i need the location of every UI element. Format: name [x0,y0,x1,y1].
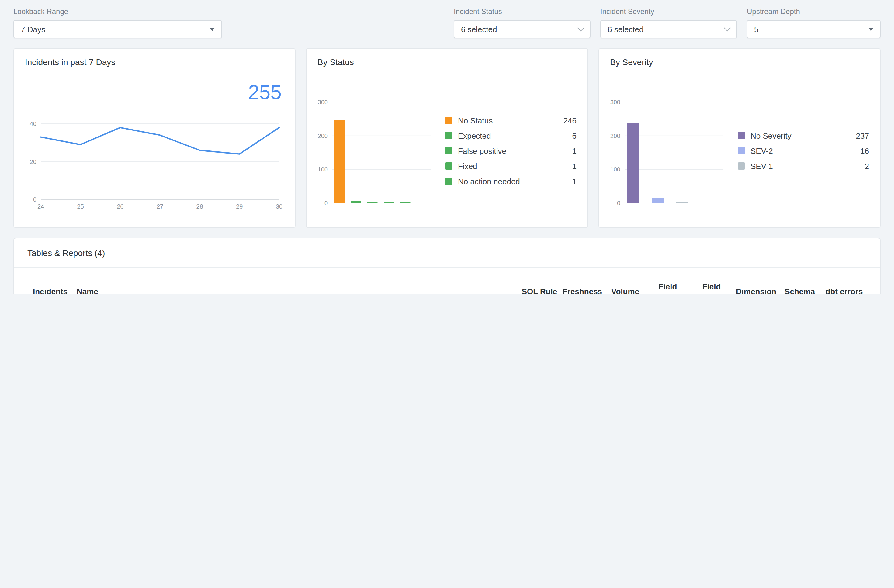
legend-value: 16 [860,146,869,155]
lookback-range-filter: Lookback Range 7 Days [14,7,222,38]
table-header-row: IncidentsNameSQL RuleFreshnessVolumeFiel… [27,268,867,294]
svg-text:24: 24 [38,203,44,210]
tables-reports-table: IncidentsNameSQL RuleFreshnessVolumeFiel… [27,268,867,294]
svg-text:28: 28 [196,203,203,210]
lookback-range-value: 7 Days [21,25,45,34]
incidents-trend-card: Incidents in past 7 Days 255 02040242526… [14,48,296,228]
summary-cards-row: Incidents in past 7 Days 255 02040242526… [14,48,880,228]
tables-reports-card: Tables & Reports (4) IncidentsNameSQL Ru… [14,238,880,294]
svg-text:20: 20 [30,158,36,165]
lookback-range-select[interactable]: 7 Days [14,20,222,38]
chevron-down-icon [724,25,731,32]
svg-text:0: 0 [325,200,328,207]
caret-down-icon [868,28,873,31]
by-severity-card: By Severity 0100200300 No Severity237SEV… [598,48,880,228]
severity-bar-chart: 0100200300 [606,90,728,212]
legend-item: SEV-12 [738,158,869,173]
svg-text:40: 40 [30,120,36,127]
legend-label: SEV-2 [751,146,773,155]
by-severity-body: 0100200300 No Severity237SEV-216SEV-12 [599,75,880,228]
page-content: Lookback Range 7 Days Incident Status 6 … [0,0,894,294]
legend-value: 1 [572,176,577,186]
status-legend: No Status246Expected6False positive1Fixe… [445,113,577,189]
by-status-title: By Status [307,49,587,75]
legend-label: Fixed [458,161,477,170]
upstream-depth-filter: Upstream Depth 5 [747,7,880,38]
upstream-depth-select[interactable]: 5 [747,20,880,38]
legend-value: 1 [572,146,577,155]
legend-label: SEV-1 [751,161,773,170]
legend-value: 6 [572,131,577,140]
svg-text:26: 26 [117,203,124,210]
legend-label: Expected [458,131,491,140]
incident-status-value: 6 selected [461,25,497,34]
legend-swatch [445,132,453,139]
column-header-incidents: Incidents [27,268,73,294]
incident-status-select[interactable]: 6 selected [454,20,590,38]
svg-text:29: 29 [236,203,243,210]
severity-legend: No Severity237SEV-216SEV-12 [738,128,869,173]
legend-value: 237 [856,131,869,140]
incident-severity-value: 6 selected [607,25,644,34]
legend-swatch [738,132,745,139]
legend-item: No Severity237 [738,128,869,143]
legend-item: SEV-216 [738,143,869,158]
by-status-body: 0100200300 No Status246Expected6False po… [307,75,587,228]
column-header-dimension: Dimension [734,268,778,294]
column-header-volume: Volume [604,268,646,294]
legend-item: No Status246 [445,113,577,128]
svg-text:300: 300 [610,99,620,106]
column-header-freshness: Freshness [560,268,604,294]
incident-status-label: Incident Status [454,7,590,16]
legend-swatch [445,178,453,185]
incidents-trend-title: Incidents in past 7 Days [14,49,295,75]
upstream-depth-label: Upstream Depth [747,7,880,16]
legend-item: False positive1 [445,143,577,158]
tables-reports-title: Tables & Reports (4) [14,238,880,268]
svg-text:25: 25 [77,203,84,210]
svg-text:200: 200 [318,133,328,139]
legend-swatch [445,147,453,154]
legend-item: Fixed1 [445,158,577,173]
status-bar-chart: 0100200300 [314,90,435,212]
svg-text:0: 0 [33,196,36,202]
legend-value: 246 [563,116,577,125]
legend-label: No Status [458,116,492,125]
caret-down-icon [210,28,215,31]
legend-item: Expected6 [445,128,577,143]
incident-severity-label: Incident Severity [600,7,737,16]
column-header-dbt-errors: dbt errors [822,268,867,294]
svg-text:100: 100 [318,166,328,173]
incident-severity-filter: Incident Severity 6 selected [600,7,737,38]
column-header-schema: Schema [778,268,822,294]
legend-swatch [738,162,745,170]
lookback-range-label: Lookback Range [14,7,222,16]
svg-text:27: 27 [157,203,163,210]
svg-text:30: 30 [276,203,282,210]
svg-text:200: 200 [610,133,620,139]
incidents-trend-body: 255 0204024252627282930 [14,75,295,214]
legend-value: 2 [865,161,869,170]
legend-label: No action needed [458,176,520,186]
upstream-depth-value: 5 [754,25,758,34]
by-status-card: By Status 0100200300 No Status246Expecte… [306,48,588,228]
column-header-sql-rule: SQL Rule [519,268,560,294]
column-header-field-health: Field Health [690,268,734,294]
filters-row: Lookback Range 7 Days Incident Status 6 … [14,7,880,38]
column-header-field-quality: Field Quality [646,268,690,294]
legend-swatch [445,162,453,170]
incidents-line-chart: 0204024252627282930 [23,104,287,214]
legend-swatch [445,117,453,124]
legend-swatch [738,147,745,154]
svg-text:300: 300 [318,99,328,106]
incident-status-filter: Incident Status 6 selected [454,7,590,38]
legend-label: False positive [458,146,506,155]
filters-right-group: Incident Status 6 selected Incident Seve… [454,7,880,38]
incidents-total: 255 [23,77,287,104]
by-severity-title: By Severity [599,49,880,75]
legend-item: No action needed1 [445,173,577,189]
incident-severity-select[interactable]: 6 selected [600,20,737,38]
svg-text:100: 100 [610,166,620,173]
dashboard-page: Lookback Range 7 Days Incident Status 6 … [0,0,894,294]
legend-label: No Severity [751,131,791,140]
